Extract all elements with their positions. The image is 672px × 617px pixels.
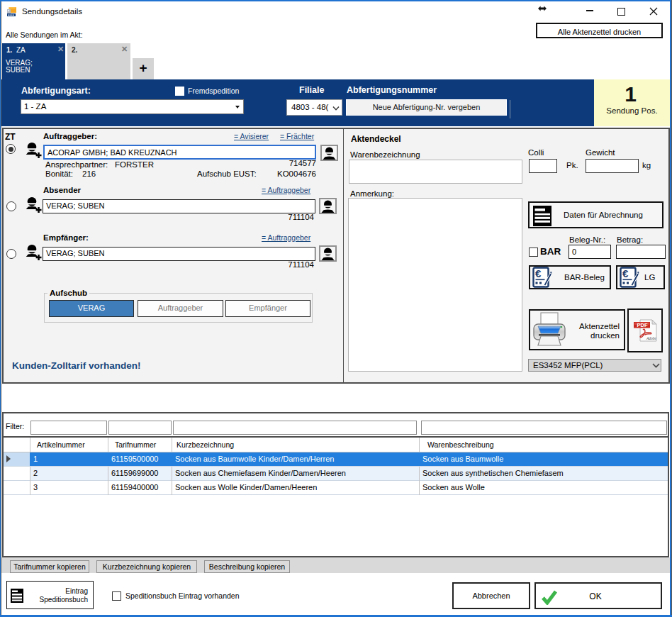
svg-text:Adobe: Adobe bbox=[646, 336, 657, 340]
svg-text:€: € bbox=[535, 267, 542, 279]
svg-text:€: € bbox=[622, 267, 629, 279]
svg-text:PDF: PDF bbox=[637, 322, 648, 328]
